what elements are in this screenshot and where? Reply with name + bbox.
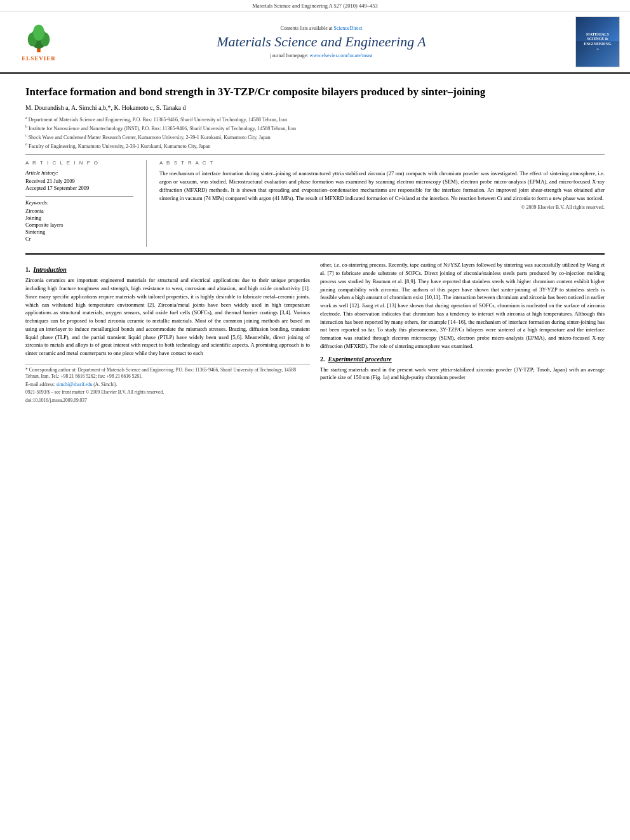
journal-cover: MATERIALS SCIENCE & ENGINEERING A [575, 17, 620, 67]
divider-top [25, 154, 605, 155]
keywords-label: Keywords: [25, 199, 133, 206]
journal-citation: Materials Science and Engineering A 527 … [252, 3, 378, 9]
keyword-3: Composite layers [25, 222, 133, 228]
affiliations: a Department of Materials Science and En… [25, 115, 605, 149]
journal-header: ELSEVIER Contents lists available at Sci… [0, 11, 630, 74]
journal-center: Contents lists available at ScienceDirec… [67, 25, 575, 58]
keywords-list: Zirconia Joining Composite layers Sinter… [25, 208, 133, 242]
page-wrapper: Materials Science and Engineering A 527 … [0, 0, 630, 840]
main-content: Interface formation and bond strength in… [0, 74, 630, 411]
affil-a: a Department of Materials Science and En… [25, 115, 605, 123]
section2-title-text: Experimental procedure [328, 356, 392, 363]
article-info-col: A R T I C L E I N F O Article history: R… [25, 160, 133, 247]
svg-point-4 [33, 25, 44, 41]
elsevier-logo: ELSEVIER [10, 22, 67, 62]
keyword-4: Sintering [25, 229, 133, 235]
copyright-line: © 2009 Elsevier B.V. All rights reserved… [159, 204, 605, 210]
keyword-2: Joining [25, 215, 133, 221]
affil-c: c Shock Wave and Condensed Matter Resear… [25, 133, 605, 141]
body-two-col: 1. Introduction Zirconia ceramics are im… [25, 261, 605, 405]
sciencedirect-line: Contents lists available at ScienceDirec… [67, 25, 575, 31]
article-info-abstract: A R T I C L E I N F O Article history: R… [25, 160, 605, 247]
keywords-section: Keywords: Zirconia Joining Composite lay… [25, 199, 133, 242]
journal-title: Materials Science and Engineering A [67, 34, 575, 50]
body-right-col: other, i.e. co-sintering process. Recent… [320, 261, 605, 405]
email-link[interactable]: simchi@sharif.edu [57, 382, 93, 387]
journal-homepage-line: journal homepage: www.elsevier.com/locat… [67, 53, 575, 58]
section2-para1: The starting materials used in the prese… [320, 366, 605, 382]
abstract-text: The mechanism of interface formation dur… [159, 170, 605, 202]
authors-line: M. Dourandish a, A. Simchi a,b,*, K. Hok… [25, 104, 605, 111]
elsevier-tree-icon [23, 22, 55, 54]
paper-title: Interface formation and bond strength in… [25, 85, 605, 99]
abstract-header: A B S T R A C T [159, 160, 605, 166]
footnote-corresponding: * Corresponding author at: Department of… [25, 367, 310, 380]
footnote-doi: doi:10.1016/j.msea.2009.09.037 [25, 397, 310, 404]
cover-title: MATERIALS SCIENCE & ENGINEERING A [582, 31, 612, 53]
article-history: Article history: Received 21 July 2009 A… [25, 170, 133, 191]
info-divider [25, 196, 133, 197]
elsevier-text-label: ELSEVIER [22, 55, 56, 62]
section1-right-para1: other, i.e. co-sintering process. Recent… [320, 261, 605, 350]
body-left-col: 1. Introduction Zirconia ceramics are im… [25, 261, 310, 405]
sciencedirect-link[interactable]: ScienceDirect [334, 25, 363, 31]
affil-d: d Faculty of Engineering, Kumamoto Unive… [25, 142, 605, 150]
received-date: Received 21 July 2009 [25, 178, 133, 184]
keyword-1: Zirconia [25, 208, 133, 214]
abstract-col: A B S T R A C T The mechanism of interfa… [159, 160, 605, 247]
article-info-header: A R T I C L E I N F O [25, 160, 133, 166]
journal-homepage-link[interactable]: www.elsevier.com/locate/msea [309, 53, 372, 58]
keyword-5: Cr [25, 236, 133, 242]
footnote-email: E-mail address: simchi@sharif.edu (A. Si… [25, 382, 310, 389]
footnote-issn: 0921-5093/$ – see front matter © 2009 El… [25, 389, 310, 396]
section1-para1: Zirconia ceramics are important engineer… [25, 276, 310, 357]
accepted-date: Accepted 17 September 2009 [25, 185, 133, 191]
history-label: Article history: [25, 170, 133, 176]
section2-title: 2. Experimental procedure [320, 356, 605, 363]
section1-title: 1. Introduction [25, 266, 310, 273]
top-bar: Materials Science and Engineering A 527 … [0, 0, 630, 11]
col-divider [146, 160, 147, 247]
section1-title-text: Introduction [34, 266, 67, 273]
affil-b: b Institute for Nanoscience and Nanotech… [25, 124, 605, 132]
footnote-area: * Corresponding author at: Department of… [25, 364, 310, 404]
divider-body [25, 253, 605, 255]
